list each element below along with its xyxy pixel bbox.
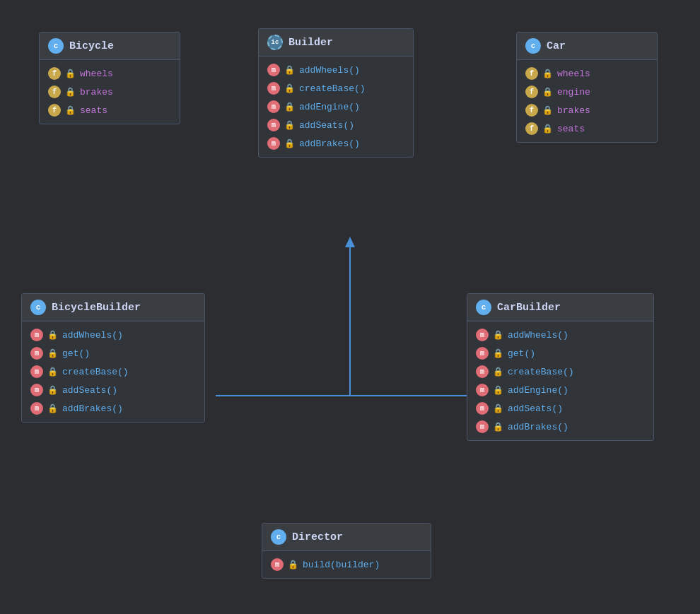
lock-icon: 🔒 — [47, 330, 58, 341]
method-name: addBrakes() — [299, 138, 360, 149]
list-item: m 🔒 addEngine() — [266, 98, 406, 116]
field-badge: f — [525, 85, 538, 98]
field-badge: f — [48, 104, 61, 117]
method-badge: m — [476, 402, 489, 415]
method-badge: m — [267, 82, 280, 95]
bicycle-body: f 🔒 wheels f 🔒 brakes f 🔒 seats — [40, 60, 180, 124]
field-name: brakes — [557, 105, 590, 116]
method-name: addSeats() — [508, 403, 563, 414]
bicycle-builder-class: c BicycleBuilder m 🔒 addWheels() m 🔒 get… — [21, 293, 205, 423]
list-item: f 🔒 wheels — [524, 64, 650, 83]
list-item: m 🔒 createBase() — [474, 362, 646, 381]
list-item: m 🔒 addBrakes() — [29, 399, 197, 418]
method-name: createBase() — [508, 367, 574, 377]
method-badge: m — [267, 100, 280, 113]
car-builder-header: c CarBuilder — [467, 294, 653, 321]
lock-icon: 🔒 — [493, 348, 503, 359]
bicycle-builder-title: BicycleBuilder — [52, 302, 141, 314]
method-name: addEngine() — [299, 102, 360, 112]
car-builder-body: m 🔒 addWheels() m 🔒 get() m 🔒 createBase… — [467, 321, 653, 440]
field-badge: f — [48, 85, 61, 98]
field-badge: f — [525, 67, 538, 80]
lock-icon: 🔒 — [284, 65, 295, 76]
bicycle-builder-header: c BicycleBuilder — [22, 294, 204, 321]
field-badge: f — [525, 122, 538, 135]
car-class-icon: c — [525, 38, 541, 54]
method-badge: m — [267, 64, 280, 76]
list-item: f 🔒 engine — [524, 83, 650, 101]
method-name: addSeats() — [299, 120, 354, 131]
method-name: createBase() — [299, 83, 366, 94]
builder-title: Builder — [288, 37, 333, 49]
director-class: c Director m 🔒 build(builder) — [262, 523, 431, 579]
lock-icon: 🔒 — [284, 102, 295, 112]
lock-icon: 🔒 — [284, 120, 295, 131]
method-name: addSeats() — [62, 385, 117, 396]
method-name: createBase() — [62, 367, 129, 377]
lock-icon: 🔒 — [47, 403, 58, 414]
list-item: m 🔒 get() — [474, 344, 646, 362]
lock-icon: 🔒 — [493, 367, 503, 377]
builder-body: m 🔒 addWheels() m 🔒 createBase() m 🔒 add… — [259, 57, 413, 157]
lock-icon: 🔒 — [493, 330, 503, 341]
builder-header: ic Builder — [259, 29, 413, 57]
lock-icon: 🔒 — [493, 385, 503, 396]
list-item: m 🔒 addSeats() — [474, 399, 646, 418]
field-name: wheels — [557, 69, 590, 79]
bicycle-header: c Bicycle — [40, 33, 180, 60]
car-builder-class: c CarBuilder m 🔒 addWheels() m 🔒 get() m… — [467, 293, 654, 441]
bicycle-class-icon: c — [48, 38, 64, 54]
director-body: m 🔒 build(builder) — [262, 551, 431, 578]
bicycle-builder-body: m 🔒 addWheels() m 🔒 get() m 🔒 createBase… — [22, 321, 204, 422]
method-name: addBrakes() — [508, 422, 568, 432]
lock-icon: 🔒 — [542, 69, 553, 79]
list-item: f 🔒 wheels — [47, 64, 173, 83]
lock-icon: 🔒 — [47, 385, 58, 396]
list-item: m 🔒 createBase() — [29, 362, 197, 381]
method-badge: m — [476, 329, 489, 341]
field-badge: f — [48, 67, 61, 80]
field-badge: f — [525, 104, 538, 117]
lock-icon: 🔒 — [284, 83, 295, 94]
lock-icon: 🔒 — [493, 403, 503, 414]
uml-diagram: c Bicycle f 🔒 wheels f 🔒 brakes f 🔒 seat… — [0, 0, 700, 614]
bicycle-builder-class-icon: c — [30, 300, 46, 315]
builder-class: ic Builder m 🔒 addWheels() m 🔒 createBas… — [258, 28, 414, 158]
list-item: m 🔒 get() — [29, 344, 197, 362]
car-builder-title: CarBuilder — [497, 302, 561, 314]
lock-icon: 🔒 — [65, 87, 76, 98]
method-name: addBrakes() — [62, 403, 123, 414]
field-name: seats — [80, 105, 107, 116]
lock-icon: 🔒 — [542, 124, 553, 134]
list-item: m 🔒 createBase() — [266, 79, 406, 98]
director-class-icon: c — [271, 529, 286, 545]
method-name: addEngine() — [508, 385, 568, 396]
field-name: wheels — [80, 69, 113, 79]
list-item: m 🔒 addSeats() — [29, 381, 197, 399]
lock-icon: 🔒 — [284, 138, 295, 149]
field-name: engine — [557, 87, 590, 98]
list-item: m 🔒 addBrakes() — [266, 134, 406, 153]
method-badge: m — [30, 347, 43, 360]
method-badge: m — [476, 384, 489, 396]
svg-marker-2 — [345, 237, 355, 247]
list-item: f 🔒 seats — [47, 101, 173, 119]
method-badge: m — [30, 384, 43, 396]
method-name: get() — [508, 348, 535, 359]
method-badge: m — [30, 365, 43, 378]
list-item: f 🔒 brakes — [524, 101, 650, 119]
lock-icon: 🔒 — [288, 560, 298, 570]
list-item: m 🔒 addWheels() — [29, 326, 197, 344]
list-item: m 🔒 addEngine() — [474, 381, 646, 399]
car-body: f 🔒 wheels f 🔒 engine f 🔒 brakes f 🔒 sea… — [517, 60, 657, 142]
lock-icon: 🔒 — [47, 348, 58, 359]
list-item: m 🔒 addSeats() — [266, 116, 406, 134]
lock-icon: 🔒 — [493, 422, 503, 432]
list-item: m 🔒 addWheels() — [266, 61, 406, 79]
field-name: seats — [557, 124, 585, 134]
list-item: m 🔒 addBrakes() — [474, 418, 646, 436]
list-item: m 🔒 addWheels() — [474, 326, 646, 344]
car-header: c Car — [517, 33, 657, 60]
method-badge: m — [476, 420, 489, 433]
method-name: addWheels() — [62, 330, 123, 341]
